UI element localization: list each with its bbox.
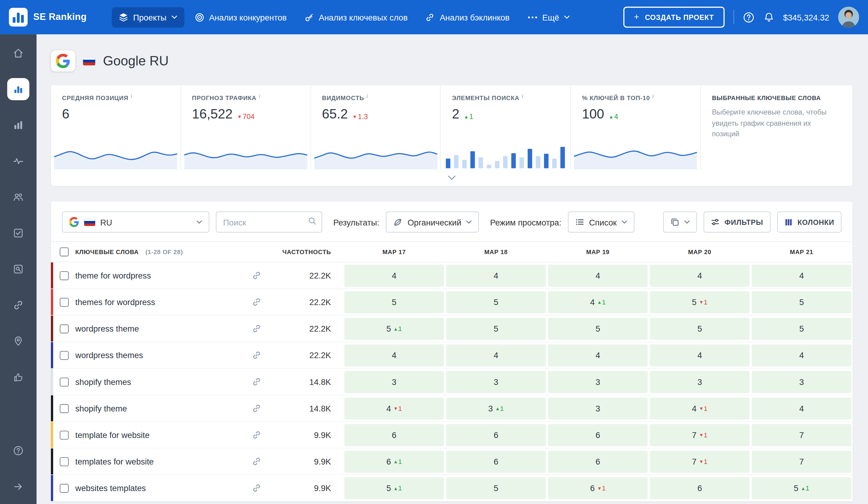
- sidebar-item-insights[interactable]: [7, 150, 29, 172]
- metric-card[interactable]: СРЕДНЯЯ ПОЗИЦИЯ i 6: [51, 85, 181, 169]
- select-all-checkbox[interactable]: [60, 247, 69, 256]
- position-cell[interactable]: 6: [548, 424, 648, 446]
- sidebar-item-collapse[interactable]: [7, 476, 29, 498]
- position-cell[interactable]: 3: [446, 371, 546, 393]
- position-cell[interactable]: 7▾1: [650, 450, 750, 472]
- row-checkbox[interactable]: [60, 404, 69, 413]
- keyword-label[interactable]: shopify theme: [75, 404, 127, 413]
- serp-link-icon[interactable]: [252, 351, 261, 360]
- nav-keyword-analysis[interactable]: Анализ ключевых слов: [297, 7, 415, 28]
- row-checkbox[interactable]: [60, 431, 69, 439]
- sidebar-item-competitors[interactable]: [7, 186, 29, 208]
- metric-card[interactable]: ПРОГНОЗ ТРАФИКА i 16,522 ▾704: [181, 85, 311, 169]
- serp-link-icon[interactable]: [252, 430, 261, 440]
- collapse-metrics-button[interactable]: [51, 169, 852, 186]
- nav-projects[interactable]: Проекты: [112, 7, 184, 28]
- account-balance[interactable]: $345,324.32: [783, 12, 829, 22]
- keyword-label[interactable]: wordpress theme: [75, 324, 139, 333]
- view-mode-dropdown[interactable]: Список: [568, 212, 634, 233]
- sidebar-item-tasks[interactable]: [7, 222, 29, 244]
- nav-backlink-analysis[interactable]: Анализ бэклинков: [418, 7, 517, 28]
- position-cell[interactable]: 6: [446, 424, 546, 446]
- columns-button[interactable]: КОЛОНКИ: [777, 212, 841, 233]
- position-cell[interactable]: 6: [446, 450, 546, 472]
- position-cell[interactable]: 4: [752, 264, 851, 286]
- keyword-label[interactable]: wordpress themes: [75, 351, 143, 360]
- position-cell[interactable]: 5: [752, 291, 851, 313]
- position-cell[interactable]: 4: [548, 264, 648, 286]
- position-cell[interactable]: 5▴1: [752, 477, 851, 499]
- serp-link-icon[interactable]: [252, 377, 261, 387]
- row-checkbox[interactable]: [60, 484, 69, 492]
- position-cell[interactable]: 5: [446, 317, 546, 339]
- position-cell[interactable]: 3: [344, 371, 444, 393]
- search-engine-dropdown[interactable]: RU: [62, 212, 209, 233]
- serp-link-icon[interactable]: [252, 483, 261, 493]
- row-checkbox[interactable]: [60, 298, 69, 306]
- row-checkbox[interactable]: [60, 457, 69, 466]
- sidebar-item-home[interactable]: [7, 42, 29, 64]
- serp-link-icon[interactable]: [252, 297, 261, 307]
- sidebar-item-analytics[interactable]: [7, 114, 29, 136]
- keyword-label[interactable]: shopify themes: [75, 377, 131, 387]
- position-cell[interactable]: 3▴1: [446, 397, 546, 419]
- position-cell[interactable]: 4: [650, 344, 750, 366]
- serp-link-icon[interactable]: [252, 404, 261, 413]
- serp-link-icon[interactable]: [252, 457, 261, 466]
- position-cell[interactable]: 6: [344, 424, 444, 446]
- position-cell[interactable]: 5: [752, 317, 851, 339]
- position-cell[interactable]: 6▾1: [548, 477, 648, 499]
- position-cell[interactable]: 4: [344, 344, 444, 366]
- position-cell[interactable]: 7: [752, 424, 851, 446]
- keyword-label[interactable]: websites templates: [75, 483, 146, 493]
- filters-button[interactable]: ФИЛЬТРЫ: [703, 212, 770, 233]
- avatar[interactable]: [838, 7, 859, 28]
- position-cell[interactable]: 4: [548, 344, 648, 366]
- help-icon[interactable]: [743, 11, 754, 23]
- brand[interactable]: SE Ranking: [9, 8, 86, 27]
- position-cell[interactable]: 7: [752, 450, 851, 472]
- keyword-label[interactable]: themes for wordpress: [75, 297, 155, 307]
- metric-card[interactable]: ЭЛЕМЕНТЫ ПОИСКА i 2 ▴1: [441, 85, 571, 169]
- position-cell[interactable]: 4: [446, 344, 546, 366]
- position-cell[interactable]: 4▴1: [548, 291, 648, 313]
- position-cell[interactable]: 3: [650, 371, 750, 393]
- position-cell[interactable]: 5▴1: [344, 477, 444, 499]
- row-checkbox[interactable]: [60, 351, 69, 360]
- position-cell[interactable]: 6: [548, 450, 648, 472]
- bell-icon[interactable]: [763, 12, 774, 23]
- sidebar-item-rankings[interactable]: [7, 78, 29, 100]
- position-cell[interactable]: 5▴1: [344, 317, 444, 339]
- position-cell[interactable]: 4: [650, 264, 750, 286]
- nav-more[interactable]: Ещё: [520, 7, 577, 28]
- sidebar-item-audit[interactable]: [7, 258, 29, 280]
- position-cell[interactable]: 4: [752, 344, 851, 366]
- position-cell[interactable]: 5: [548, 317, 648, 339]
- sidebar-item-backlinks[interactable]: [7, 294, 29, 316]
- keyword-label[interactable]: templates for website: [75, 457, 154, 466]
- position-cell[interactable]: 4▾1: [344, 397, 444, 419]
- position-cell[interactable]: 5▾1: [650, 291, 750, 313]
- position-cell[interactable]: 3: [752, 371, 851, 393]
- metric-card[interactable]: ВИДИМОСТЬ i 65.2 ▾1.3: [311, 85, 441, 169]
- position-cell[interactable]: 5: [446, 477, 546, 499]
- row-checkbox[interactable]: [60, 324, 69, 333]
- metric-card[interactable]: % КЛЮЧЕЙ В ТОП-10 i 100 ▴4: [571, 85, 701, 169]
- position-cell[interactable]: 5: [446, 291, 546, 313]
- serp-link-icon[interactable]: [252, 271, 261, 280]
- position-cell[interactable]: 6▴1: [344, 450, 444, 472]
- sidebar-item-help[interactable]: [7, 440, 29, 462]
- nav-competitor-analysis[interactable]: Анализ конкурентов: [187, 7, 294, 28]
- sidebar-item-local[interactable]: [7, 330, 29, 352]
- position-cell[interactable]: 4: [344, 264, 444, 286]
- position-cell[interactable]: 3: [548, 371, 648, 393]
- keyword-label[interactable]: template for website: [75, 430, 150, 440]
- serp-link-icon[interactable]: [252, 324, 261, 333]
- sidebar-item-social[interactable]: [7, 366, 29, 388]
- create-project-button[interactable]: + СОЗДАТЬ ПРОЕКТ: [623, 7, 724, 28]
- position-cell[interactable]: 6: [650, 477, 750, 499]
- results-type-dropdown[interactable]: Органический: [386, 212, 479, 233]
- position-cell[interactable]: 4▾1: [650, 397, 750, 419]
- position-cell[interactable]: 4: [752, 397, 851, 419]
- position-cell[interactable]: 4: [446, 264, 546, 286]
